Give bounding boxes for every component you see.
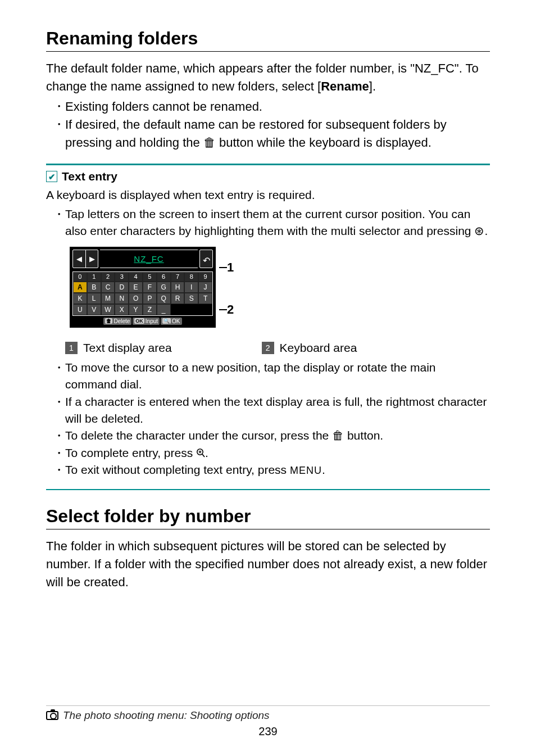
key: L: [87, 293, 101, 304]
key: C: [101, 282, 115, 293]
note-text-entry: ✔ Text entry A keyboard is displayed whe…: [46, 164, 490, 490]
key: G: [157, 282, 171, 293]
key: 7: [171, 272, 185, 282]
legend-label: Keyboard area: [280, 341, 357, 355]
bullet-text: If desired, the default name can be rest…: [65, 116, 490, 152]
key: 3: [115, 272, 129, 282]
bullet-item: ・ To complete entry, press .: [46, 445, 490, 461]
key: I: [184, 282, 198, 293]
trash-icon: 🗑: [105, 318, 112, 324]
bullet-item: ・ If a character is entered when the tex…: [46, 393, 490, 428]
key: O: [129, 293, 143, 304]
bullet-dot: ・: [54, 116, 65, 152]
key: Q: [157, 293, 171, 304]
key: Z: [143, 304, 157, 315]
key: 6: [157, 272, 171, 282]
bullet-dot: ・: [54, 427, 65, 444]
bullet-item: ・ To exit without completing text entry,…: [46, 461, 490, 478]
note-heading: ✔ Text entry: [46, 170, 490, 183]
rename-bullets: ・ Existing folders cannot be renamed. ・ …: [46, 98, 490, 152]
simulated-screen: ◀ ▶ NZ_FC ↶ 0 1 2 3 4 5 6 7 8 9: [70, 247, 216, 328]
rename-option-rename: Rename: [321, 79, 369, 93]
rename-intro: The default folder name, which appears a…: [46, 60, 490, 96]
key-row: 0 1 2 3 4 5 6 7 8 9: [73, 272, 212, 282]
bullet-text: If a character is entered when the text …: [65, 393, 490, 428]
softkey-bar: 🗑Delete OKInput 🔍OK: [71, 316, 215, 327]
key: Y: [129, 304, 143, 315]
key: 8: [184, 272, 198, 282]
key: F: [143, 282, 157, 293]
key: N: [115, 293, 129, 304]
bullet-text: To complete entry, press .: [65, 445, 490, 461]
key: D: [115, 282, 129, 293]
bullet-item: ・ Tap letters on the screen to insert th…: [46, 206, 490, 240]
keyboard-area: 0 1 2 3 4 5 6 7 8 9 A B C D E F: [72, 271, 213, 316]
key: 0: [73, 272, 87, 282]
text: .: [205, 446, 208, 459]
legend-label: Text display area: [83, 341, 172, 355]
key: 2: [101, 272, 115, 282]
zoom-in-icon: [196, 448, 205, 458]
key: H: [171, 282, 185, 293]
callout-2: 2: [227, 302, 234, 317]
note-title: Text entry: [62, 170, 117, 183]
bullet-item: ・ If desired, the default name can be re…: [46, 116, 490, 152]
svg-line-1: [202, 454, 205, 457]
key-row: U V W X Y Z _: [73, 304, 212, 315]
note-bullets-1: ・ Tap letters on the screen to insert th…: [46, 206, 490, 240]
bullet-text: To delete the character under the cursor…: [65, 427, 490, 444]
softkey-label: Input: [146, 318, 158, 324]
bullet-dot: ・: [54, 445, 65, 461]
softkey-ok: 🔍OK: [161, 318, 181, 325]
bullet-dot: ・: [54, 206, 65, 240]
key: S: [184, 293, 198, 304]
text: To exit without completing text entry, p…: [65, 463, 290, 476]
bullet-text: Tap letters on the screen to insert them…: [65, 206, 490, 240]
rename-intro-c: ].: [369, 79, 376, 93]
key-row: K L M N O P Q R S T: [73, 293, 212, 304]
key: U: [73, 304, 87, 315]
key: W: [101, 304, 115, 315]
key-row: A B C D E F G H I J: [73, 282, 212, 293]
magnify-icon: 🔍: [162, 318, 171, 324]
ok-icon: OK: [134, 318, 144, 324]
softkey-label: OK: [172, 318, 180, 324]
key-selected: A: [73, 282, 87, 293]
key-blank: [184, 304, 198, 315]
callout-1: 1: [227, 260, 234, 275]
softkey-label: Delete: [113, 318, 130, 324]
legend-item: 2 Keyboard area: [262, 341, 357, 355]
legend-number: 1: [65, 342, 78, 354]
cursor-right-icon: ▶: [85, 250, 98, 268]
text-display-area: ◀ ▶ NZ_FC ↶: [71, 248, 215, 270]
undo-icon: ↶: [199, 250, 213, 268]
softkey-delete: 🗑Delete: [103, 318, 131, 325]
bullet-dot: ・: [54, 461, 65, 478]
bullet-text: To move the cursor to a new position, ta…: [65, 359, 490, 393]
text: To complete entry, press: [65, 446, 196, 459]
key: 4: [129, 272, 143, 282]
note-intro-line: A keyboard is displayed when text entry …: [46, 187, 490, 203]
text: .: [322, 463, 325, 476]
legend-number: 2: [262, 342, 274, 354]
key: B: [87, 282, 101, 293]
heading-select-folder: Select folder by number: [46, 506, 490, 529]
page-footer: The photo shooting menu: Shooting option…: [46, 705, 490, 738]
footer-text: The photo shooting menu: Shooting option…: [63, 709, 270, 722]
bullet-item: ・ Existing folders cannot be renamed.: [46, 98, 490, 116]
legend-item: 1 Text display area: [65, 341, 172, 355]
note-bullets-2: ・ To move the cursor to a new position, …: [46, 359, 490, 479]
rename-intro-a: The default folder name, which appears a…: [46, 61, 479, 93]
key: T: [198, 293, 212, 304]
key: 1: [87, 272, 101, 282]
bullet-text: Existing folders cannot be renamed.: [65, 98, 490, 116]
cursor-arrows: ◀ ▶: [72, 250, 98, 268]
bullet-dot: ・: [54, 359, 65, 393]
key: 9: [198, 272, 212, 282]
key: _: [157, 304, 171, 315]
bullet-dot: ・: [54, 98, 65, 116]
key: 5: [143, 272, 157, 282]
diagram-callouts: 1 2: [224, 247, 234, 331]
key: P: [143, 293, 157, 304]
menu-button-label: MENU: [290, 465, 322, 476]
